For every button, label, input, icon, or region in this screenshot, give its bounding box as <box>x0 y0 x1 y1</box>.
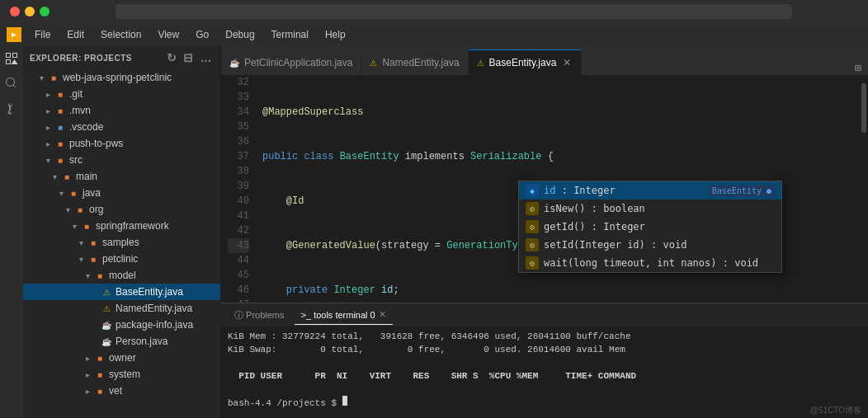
menu-edit[interactable]: Edit <box>60 27 91 42</box>
tree-arrow <box>89 336 99 346</box>
sidebar-title: EXPLORER: PROJECTS <box>30 54 132 63</box>
editor-scrollbar[interactable] <box>860 75 868 303</box>
menu-help[interactable]: Help <box>318 27 352 42</box>
tree-item-namedentity[interactable]: ⚠ NamedEntity.java <box>23 300 220 317</box>
tabs-bar: ☕ PetClinicApplication.java ⚠ NamedEntit… <box>221 46 868 75</box>
tree-arrow: ▸ <box>43 89 53 99</box>
tree-item-label: web-java-spring-petclinic <box>63 72 172 83</box>
tab-petclinic[interactable]: ☕ PetClinicApplication.java <box>221 49 361 75</box>
tree-item-person[interactable]: ☕ Person.java <box>23 333 220 350</box>
close-button[interactable] <box>10 7 20 16</box>
tree-item-springframework[interactable]: ▾ ■ springframework <box>23 218 220 234</box>
tree-arrow: ▾ <box>50 171 59 181</box>
split-editor-icon[interactable]: ⊞ <box>855 61 861 75</box>
collapse-icon[interactable]: ⊟ <box>182 51 196 64</box>
terminal-line: PID USER PR NI VIRT RES SHR S %CPU %MEM … <box>228 369 861 383</box>
terminal-close-icon[interactable]: ✕ <box>379 309 386 320</box>
ac-method-icon: ⊙ <box>526 256 539 270</box>
tree-item-org[interactable]: ▾ ■ org <box>23 201 220 218</box>
tree-item-system[interactable]: ▸ ■ system <box>23 366 220 383</box>
autocomplete-item[interactable]: ⊙ getId() : Integer <box>519 218 781 236</box>
folder-icon: ■ <box>81 220 92 232</box>
activity-explorer[interactable] <box>2 49 21 68</box>
folder-icon: ■ <box>74 204 86 215</box>
tree-arrow: ▸ <box>43 122 53 132</box>
minimize-button[interactable] <box>25 7 35 16</box>
tree-arrow: ▸ <box>83 353 92 363</box>
terminal-tab-tools[interactable]: >_ tools terminal 0 ✕ <box>295 305 393 325</box>
editor-terminal-split: 32333435 36373839 40414243 4445464748 @M… <box>221 75 868 418</box>
menu-go[interactable]: Go <box>189 27 215 42</box>
folder-icon: ■ <box>94 385 106 397</box>
terminal-line <box>228 383 861 396</box>
activity-search[interactable] <box>2 74 21 92</box>
tree-item-main[interactable]: ▾ ■ main <box>23 168 220 185</box>
tree-item-label: samples <box>102 237 139 248</box>
tab-close-button[interactable]: ✕ <box>561 57 573 68</box>
tree-item-petclinic[interactable]: ▾ ■ petclinic <box>23 251 220 267</box>
autocomplete-item[interactable]: ⊙ wait(long timeout, int nanos) : void <box>519 254 781 272</box>
watermark: @51CTO博客 <box>810 405 861 416</box>
ac-item-text: wait(long timeout, int nanos) : void <box>544 257 775 269</box>
tabs-right-icons: ⊞ <box>848 61 868 75</box>
tree-item-git[interactable]: ▸ ■ .git <box>23 86 220 102</box>
tree-item-java[interactable]: ▾ ■ java <box>23 185 220 201</box>
tree-item-packageinfo[interactable]: ☕ package-info.java <box>23 317 220 333</box>
tab-file-icon: ⚠ <box>477 59 484 68</box>
sidebar-header: EXPLORER: PROJECTS ↻ ⊟ … <box>23 46 220 69</box>
autocomplete-item[interactable]: ◆ id : Integer BaseEntity ● <box>519 181 781 200</box>
titlebar-search[interactable] <box>116 4 792 19</box>
menubar: ▶ File Edit Selection View Go Debug Term… <box>0 23 868 46</box>
tree-item-label: .vscode <box>69 121 103 133</box>
tree-arrow: ▾ <box>56 188 66 198</box>
autocomplete-item[interactable]: ⊙ isNew() : boolean <box>519 200 781 218</box>
editor-area: ☕ PetClinicApplication.java ⚠ NamedEntit… <box>221 46 868 418</box>
activity-scm[interactable] <box>2 99 21 117</box>
scrollbar-thumb[interactable] <box>861 83 866 133</box>
tree-item-src[interactable]: ▾ ■ src <box>23 152 220 168</box>
terminal-tabs: ⓘ Problems >_ tools terminal 0 ✕ <box>221 303 868 326</box>
tree-item-mvn[interactable]: ▸ ■ .mvn <box>23 102 220 119</box>
tab-baseentity[interactable]: ⚠ BaseEntity.java ✕ <box>469 49 583 75</box>
more-icon[interactable]: … <box>199 51 215 64</box>
tree-item-vet[interactable]: ▸ ■ vet <box>23 383 220 399</box>
folder-icon: ■ <box>87 253 99 265</box>
tree-arrow: ▸ <box>43 106 53 115</box>
code-editor[interactable]: 32333435 36373839 40414243 4445464748 @M… <box>221 75 868 303</box>
java-file-icon: ⚠ <box>101 286 112 298</box>
ac-method-icon: ⊙ <box>526 202 539 215</box>
tree-arrow: ▸ <box>83 386 92 396</box>
tree-item-label: .mvn <box>69 105 91 116</box>
tree-item-model[interactable]: ▾ ■ model <box>23 267 220 284</box>
menu-terminal[interactable]: Terminal <box>265 27 315 42</box>
autocomplete-popup[interactable]: ◆ id : Integer BaseEntity ● ⊙ isNew() : … <box>518 181 782 273</box>
terminal-cursor <box>342 396 347 406</box>
ac-item-text: setId(Integer id) : void <box>544 239 775 251</box>
tree-arrow <box>89 287 99 297</box>
tree-item-root[interactable]: ▾ ■ web-java-spring-petclinic <box>23 69 220 86</box>
refresh-icon[interactable]: ↻ <box>165 51 179 64</box>
terminal-tab-problems[interactable]: ⓘ Problems <box>228 305 291 325</box>
menu-file[interactable]: File <box>28 27 57 42</box>
tree-item-label: push-to-pws <box>69 138 123 149</box>
tree-item-label: java <box>83 187 101 199</box>
tree-item-samples[interactable]: ▾ ■ samples <box>23 234 220 251</box>
tab-namedentity[interactable]: ⚠ NamedEntity.java <box>361 49 468 75</box>
tree-item-label: .git <box>69 88 83 100</box>
terminal-content[interactable]: KiB Mem : 32779224 total, 391628 free, 6… <box>221 326 868 418</box>
tree-item-vscode[interactable]: ▸ ■ .vscode <box>23 119 220 135</box>
tree-arrow: ▾ <box>63 204 73 214</box>
menu-debug[interactable]: Debug <box>219 27 261 42</box>
tree-item-label: springframework <box>96 220 169 232</box>
tree-item-push[interactable]: ▸ ■ push-to-pws <box>23 135 220 152</box>
tree-item-label: petclinic <box>102 253 138 265</box>
menu-selection[interactable]: Selection <box>94 27 148 42</box>
folder-icon: ■ <box>48 72 59 83</box>
maximize-button[interactable] <box>40 7 50 16</box>
folder-icon: ■ <box>61 171 73 182</box>
menu-view[interactable]: View <box>151 27 186 42</box>
sidebar: EXPLORER: PROJECTS ↻ ⊟ … ▾ ■ web-java-sp… <box>23 46 221 418</box>
tree-item-baseentity[interactable]: ⚠ BaseEntity.java <box>23 284 220 300</box>
autocomplete-item[interactable]: ⊙ setId(Integer id) : void <box>519 236 781 254</box>
tree-item-owner[interactable]: ▸ ■ owner <box>23 350 220 366</box>
